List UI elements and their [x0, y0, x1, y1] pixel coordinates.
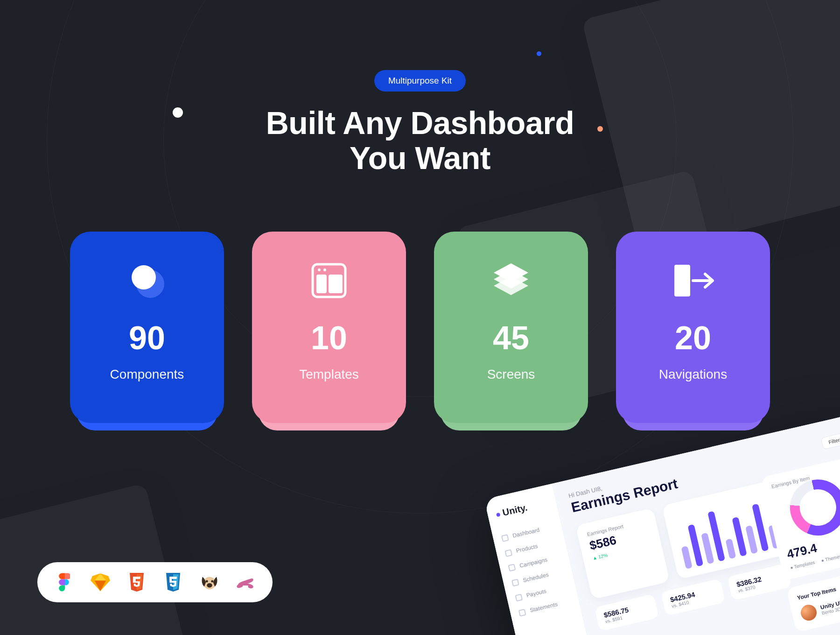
stat-label: Screens — [487, 367, 535, 382]
tech-stack-pill — [37, 562, 273, 602]
preview-nav-item: Campaigns — [508, 553, 561, 572]
preview-nav: Dashboard Products Campaigns Schedules P… — [501, 523, 571, 617]
layers-icon — [491, 260, 531, 302]
stat-count: 20 — [675, 319, 711, 357]
svg-rect-5 — [316, 275, 327, 293]
exit-icon — [670, 260, 716, 302]
layout-icon — [311, 260, 347, 302]
sass-icon — [236, 572, 256, 592]
page-title: Built Any Dashboard You Want — [0, 106, 840, 176]
stat-label: Components — [110, 367, 184, 382]
circles-icon — [126, 260, 168, 302]
preview-donut-card: Earnings By Item 479.4 ● Templates ● The… — [761, 456, 840, 580]
stat-card-templates[interactable]: 10 Templates — [252, 232, 406, 423]
stat-label: Navigations — [659, 367, 727, 382]
stat-card-components[interactable]: 90 Components — [70, 232, 224, 423]
headline-line-1: Built Any Dashboard — [266, 105, 574, 141]
svg-point-1 — [132, 265, 156, 289]
html5-icon — [127, 572, 147, 592]
svg-rect-10 — [674, 265, 690, 296]
figma-icon — [54, 572, 74, 592]
stat-count: 45 — [493, 319, 529, 357]
preview-nav-item: Payouts — [515, 583, 567, 602]
dashboard-preview: Unity. Dashboard Products Campaigns Sche… — [484, 413, 840, 635]
preview-nav-item: Products — [504, 538, 557, 557]
stat-label: Templates — [299, 367, 359, 382]
preview-nav-item: Statements — [518, 598, 571, 617]
stat-card-navigations[interactable]: 20 Navigations — [616, 232, 770, 423]
svg-point-21 — [206, 580, 208, 583]
stat-card-row: 90 Components 10 Templates — [0, 232, 840, 423]
headline-line-2: You Want — [350, 140, 490, 176]
preview-nav-item: Dashboard — [501, 523, 554, 542]
preview-brand: Unity. — [495, 497, 549, 520]
stat-count: 10 — [311, 319, 347, 357]
kit-badge: Multipurpose Kit — [374, 70, 466, 92]
svg-point-20 — [207, 583, 212, 588]
stat-card-screens[interactable]: 45 Screens — [434, 232, 588, 423]
svg-point-4 — [323, 268, 326, 271]
preview-report-card: Earnings Report $586 ▲ 12% — [575, 508, 670, 600]
preview-nav-item: Schedules — [511, 568, 564, 587]
preview-stat: $425.94vs. $410 — [661, 579, 725, 616]
background-mockup — [0, 483, 185, 635]
svg-point-3 — [318, 268, 321, 271]
stat-count: 90 — [129, 319, 165, 357]
sketch-icon — [91, 572, 110, 592]
css3-icon — [163, 572, 183, 592]
pug-icon — [200, 572, 219, 592]
svg-rect-6 — [329, 275, 343, 293]
preview-stat: $586.75vs. $591 — [595, 594, 659, 631]
svg-point-22 — [211, 580, 213, 583]
